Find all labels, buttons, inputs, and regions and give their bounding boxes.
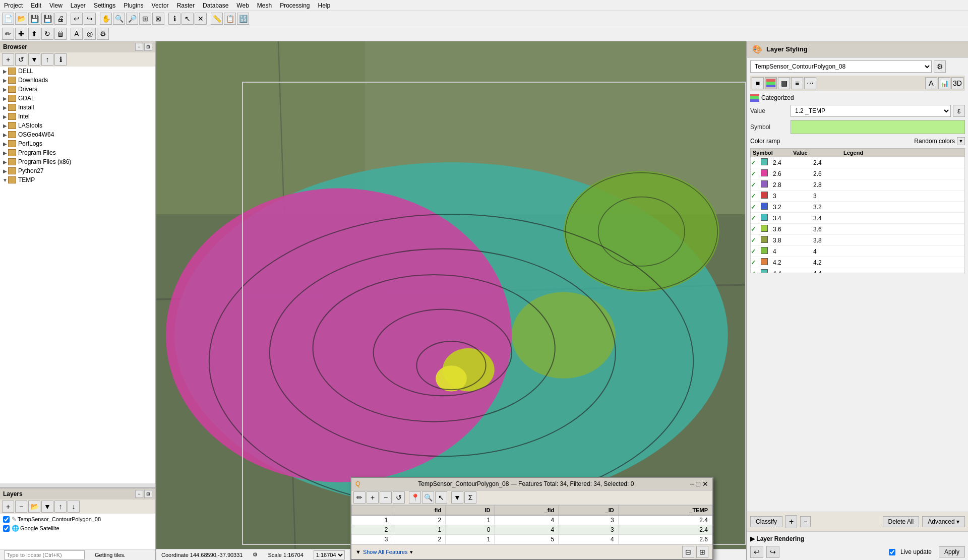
browser-item-programfiles86[interactable]: ▶ Program Files (x86) [0, 157, 155, 166]
table-row[interactable]: 3 2 1 5 4 2.6 [352, 535, 712, 544]
zoom-layer-btn[interactable]: ⊠ [152, 13, 164, 25]
layer-visible-satellite[interactable] [3, 525, 10, 532]
add-feature-btn[interactable]: ✚ [15, 28, 27, 40]
menu-database[interactable]: Database [199, 1, 232, 10]
move-down-btn[interactable]: ↓ [68, 501, 80, 513]
new-project-btn[interactable]: 📄 [2, 13, 14, 25]
deselect-btn[interactable]: ✕ [195, 13, 207, 25]
remove-layer-btn[interactable]: − [15, 501, 27, 513]
style-undo-button[interactable]: ↩ [750, 546, 763, 558]
zoom-in-btn[interactable]: 🔍 [113, 13, 125, 25]
graduated-tab[interactable]: ▤ [778, 77, 790, 89]
zoom-out-btn[interactable]: 🔎 [126, 13, 138, 25]
browser-collapse-tree-btn[interactable]: ↑ [41, 53, 53, 66]
sym-row-4[interactable]: ✓ 3.2 3.2 [751, 202, 964, 213]
attribute-btn[interactable]: 📋 [224, 13, 236, 25]
style-redo-button[interactable]: ↪ [766, 546, 779, 558]
ft-dropdown-icon[interactable]: ▾ [410, 549, 413, 555]
menu-project[interactable]: Project [0, 1, 27, 10]
browser-item-programfiles[interactable]: ▶ Program Files [0, 148, 155, 157]
pan-btn[interactable]: ✋ [100, 13, 112, 25]
layer-name-select[interactable]: TempSensor_ContourPolygon_08 [750, 60, 932, 73]
ft-refresh-btn[interactable]: ↺ [393, 491, 405, 504]
ft-table-wrap[interactable]: fid ID _fid _ID _TEMP 1 2 1 4 [351, 505, 712, 544]
add-class-button[interactable]: + [785, 515, 797, 528]
browser-add-btn[interactable]: + [2, 53, 14, 66]
table-row[interactable]: 2 1 0 4 3 2.4 [352, 525, 712, 535]
measure-btn[interactable]: 📏 [211, 13, 223, 25]
layers-dock-btn[interactable]: ⊞ [144, 490, 152, 498]
ft-add-btn[interactable]: + [367, 491, 379, 504]
filter-layer-btn[interactable]: ▼ [41, 501, 53, 513]
layer-prop-btn[interactable]: ⚙ [934, 60, 946, 73]
ft-stats-btn[interactable]: Σ [464, 491, 476, 504]
browser-refresh-btn[interactable]: ↺ [15, 53, 27, 66]
ft-edit-btn[interactable]: ✏ [353, 491, 366, 504]
zoom-full-btn[interactable]: ⊞ [139, 13, 151, 25]
diagram-tab[interactable]: 📊 [938, 77, 950, 89]
identify-btn[interactable]: ℹ [168, 13, 180, 25]
sym-row-10[interactable]: ✓ 4.4 4.4 [751, 268, 964, 273]
browser-item-gdal[interactable]: ▶ GDAL [0, 94, 155, 103]
menu-layer[interactable]: Layer [67, 1, 90, 10]
browser-item-lastools[interactable]: ▶ LAStools [0, 121, 155, 130]
menu-web[interactable]: Web [232, 1, 253, 10]
select-btn[interactable]: ↖ [182, 13, 194, 25]
menu-edit[interactable]: Edit [27, 1, 45, 10]
diagram-btn[interactable]: ◎ [84, 28, 96, 40]
ft-filter-btn[interactable]: ▼ [451, 491, 463, 504]
undo-btn[interactable]: ↩ [71, 13, 83, 25]
browser-item-install[interactable]: ▶ Install [0, 103, 155, 112]
layer-item-contour[interactable]: ✎ TempSensor_ContourPolygon_08 [1, 515, 154, 524]
single-symbol-tab[interactable]: ■ [752, 77, 764, 89]
sym-row-2[interactable]: ✓ 2.8 2.8 [751, 179, 964, 191]
menu-processing[interactable]: Processing [276, 1, 314, 10]
menu-raster[interactable]: Raster [173, 1, 199, 10]
browser-item-dell[interactable]: ▶ DELL [0, 67, 155, 76]
label-btn[interactable]: A [71, 28, 83, 40]
menu-settings[interactable]: Settings [90, 1, 119, 10]
ft-close-btn[interactable]: ✕ [702, 480, 708, 488]
ft-col-id2[interactable]: _ID [559, 506, 618, 516]
move-up-btn[interactable]: ↑ [54, 501, 67, 513]
ft-layout-btn2[interactable]: ⊞ [696, 546, 708, 558]
locate-input[interactable] [4, 550, 85, 559]
ft-col-fid[interactable]: fid [392, 506, 446, 516]
move-btn[interactable]: ⬆ [28, 28, 40, 40]
delete-all-button[interactable]: Delete All [883, 516, 920, 527]
edit-btn[interactable]: ✏ [2, 28, 14, 40]
layer-rendering-header[interactable]: ▶ Layer Rendering [750, 534, 965, 544]
ft-pan-btn[interactable]: 📍 [409, 491, 421, 504]
browser-filter-btn[interactable]: ▼ [28, 53, 40, 66]
browser-item-drivers[interactable]: ▶ Drivers [0, 85, 155, 94]
browser-scrollbar[interactable] [0, 483, 155, 487]
value-select[interactable]: 1.2 _TEMP [791, 105, 951, 117]
color-ramp-dropdown[interactable]: ▼ [957, 137, 965, 145]
ft-col-id[interactable]: ID [446, 506, 495, 516]
redo-btn[interactable]: ↪ [84, 13, 96, 25]
sym-row-0[interactable]: ✓ 2.4 2.4 [751, 157, 964, 168]
open-project-btn[interactable]: 📂 [15, 13, 27, 25]
browser-item-downloads[interactable]: ▶ Downloads [0, 76, 155, 85]
ft-show-all[interactable]: Show All Features [363, 549, 408, 555]
rule-tab[interactable]: ≡ [791, 77, 803, 89]
save-project-btn[interactable]: 💾 [28, 13, 40, 25]
browser-item-perflogs[interactable]: ▶ PerfLogs [0, 139, 155, 148]
layer-item-satellite[interactable]: 🌐 Google Satellite [1, 524, 154, 533]
delete-feat-btn[interactable]: 🗑 [54, 28, 67, 40]
ft-delete-btn[interactable]: − [380, 491, 392, 504]
classify-button[interactable]: Classify [750, 516, 782, 527]
layer-visible-contour[interactable] [3, 516, 10, 523]
open-layer-btn[interactable]: 📂 [28, 501, 40, 513]
remove-class-button[interactable]: − [800, 516, 811, 527]
menu-help[interactable]: Help [314, 1, 335, 10]
ft-col-temp[interactable]: _TEMP [618, 506, 712, 516]
field-calc-btn[interactable]: 🔢 [237, 13, 249, 25]
ft-col-fid2[interactable]: _fid [495, 506, 559, 516]
add-layer-btn[interactable]: + [2, 501, 14, 513]
save-as-btn[interactable]: 💾 [41, 13, 53, 25]
ft-minimize-btn[interactable]: − [690, 480, 694, 488]
point-disp-tab[interactable]: ⋯ [804, 77, 816, 89]
sym-row-3[interactable]: ✓ 3 3 [751, 191, 964, 202]
ft-restore-btn[interactable]: □ [696, 480, 700, 488]
